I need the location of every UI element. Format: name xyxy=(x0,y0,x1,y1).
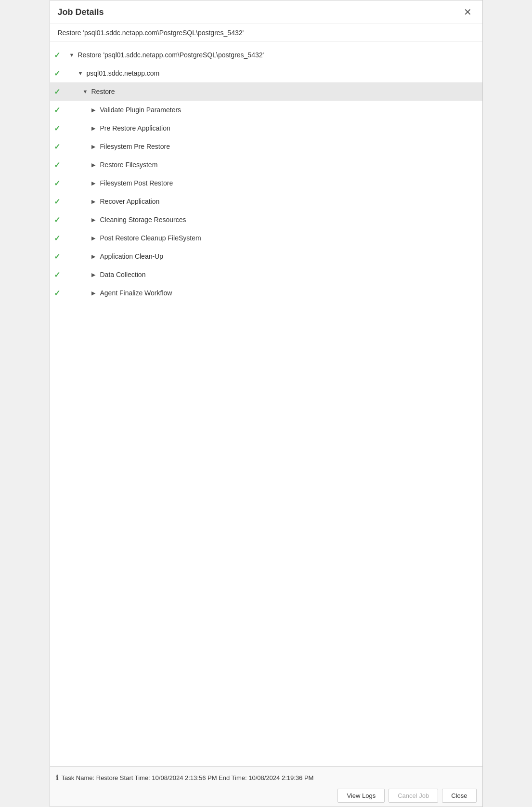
tree-item-root[interactable]: ✓ ▼ Restore 'psql01.sddc.netapp.com\Post… xyxy=(50,46,482,64)
expand-icon[interactable]: ▶ xyxy=(91,217,100,223)
cancel-job-button[interactable]: Cancel Job xyxy=(389,789,438,803)
expand-icon[interactable]: ▶ xyxy=(91,272,100,278)
dialog-footer: ℹ Task Name: Restore Start Time: 10/08/2… xyxy=(50,766,482,807)
item-label: Restore xyxy=(91,88,115,95)
tree-item-data-collection[interactable]: ✓ ▶ Data Collection xyxy=(50,265,482,284)
close-icon-button[interactable]: ✕ xyxy=(461,6,475,18)
tree-item-restore[interactable]: ✓ ▼ Restore xyxy=(50,82,482,101)
expand-icon[interactable]: ▶ xyxy=(91,125,100,132)
expand-icon[interactable]: ▶ xyxy=(91,290,100,296)
check-icon: ✓ xyxy=(54,142,65,151)
tree-body: ✓ ▼ Restore 'psql01.sddc.netapp.com\Post… xyxy=(50,42,482,766)
tree-item-recover-app[interactable]: ✓ ▶ Recover Application xyxy=(50,192,482,211)
tree-item-clean-storage[interactable]: ✓ ▶ Cleaning Storage Resources xyxy=(50,211,482,229)
info-icon: ℹ xyxy=(56,773,59,782)
item-label: Data Collection xyxy=(100,271,146,278)
item-label: Pre Restore Application xyxy=(100,124,170,132)
check-icon: ✓ xyxy=(54,179,65,188)
item-label: Recover Application xyxy=(100,198,160,205)
expand-icon[interactable]: ▶ xyxy=(91,235,100,241)
check-icon: ✓ xyxy=(54,234,65,243)
item-label: Application Clean-Up xyxy=(100,252,164,260)
tree-item-fs-pre-restore[interactable]: ✓ ▶ Filesystem Pre Restore xyxy=(50,137,482,156)
item-label: Agent Finalize Workflow xyxy=(100,289,172,297)
item-label: Cleaning Storage Resources xyxy=(100,216,186,224)
item-label: Post Restore Cleanup FileSystem xyxy=(100,234,201,242)
check-icon: ✓ xyxy=(54,160,65,170)
expand-icon[interactable]: ▼ xyxy=(69,52,78,58)
tree-item-host[interactable]: ✓ ▼ psql01.sddc.netapp.com xyxy=(50,64,482,82)
check-icon: ✓ xyxy=(54,197,65,206)
tree-item-restore-fs[interactable]: ✓ ▶ Restore Filesystem xyxy=(50,156,482,174)
footer-buttons: View Logs Cancel Job Close xyxy=(56,785,477,803)
tree-item-fs-post-restore[interactable]: ✓ ▶ Filesystem Post Restore xyxy=(50,174,482,192)
check-icon: ✓ xyxy=(54,215,65,225)
expand-icon[interactable]: ▶ xyxy=(91,253,100,260)
check-icon: ✓ xyxy=(54,106,65,115)
tree-item-pre-restore[interactable]: ✓ ▶ Pre Restore Application xyxy=(50,119,482,137)
check-icon: ✓ xyxy=(54,51,65,60)
tree-item-post-cleanup[interactable]: ✓ ▶ Post Restore Cleanup FileSystem xyxy=(50,229,482,247)
expand-icon[interactable]: ▶ xyxy=(91,162,100,168)
item-label: Restore 'psql01.sddc.netapp.com\PostgreS… xyxy=(78,51,264,59)
dialog-subtitle: Restore 'psql01.sddc.netapp.com\PostgreS… xyxy=(50,24,482,42)
item-label: psql01.sddc.netapp.com xyxy=(87,69,160,77)
dialog-header: Job Details ✕ xyxy=(50,0,482,24)
check-icon: ✓ xyxy=(54,87,65,96)
item-label: Filesystem Pre Restore xyxy=(100,143,170,150)
tree-item-agent-finalize[interactable]: ✓ ▶ Agent Finalize Workflow xyxy=(50,284,482,302)
item-label: Filesystem Post Restore xyxy=(100,179,173,187)
tree-item-app-cleanup[interactable]: ✓ ▶ Application Clean-Up xyxy=(50,247,482,265)
expand-icon[interactable]: ▼ xyxy=(83,89,91,94)
job-details-dialog: Job Details ✕ Restore 'psql01.sddc.netap… xyxy=(50,0,483,807)
item-label: Validate Plugin Parameters xyxy=(100,106,182,114)
close-button[interactable]: Close xyxy=(442,789,476,803)
check-icon: ✓ xyxy=(54,69,65,78)
dialog-title: Job Details xyxy=(58,7,104,17)
tree-item-validate[interactable]: ✓ ▶ Validate Plugin Parameters xyxy=(50,101,482,119)
footer-info-text: Task Name: Restore Start Time: 10/08/202… xyxy=(62,774,314,781)
item-label: Restore Filesystem xyxy=(100,161,158,169)
expand-icon[interactable]: ▶ xyxy=(91,198,100,205)
check-icon: ✓ xyxy=(54,289,65,298)
check-icon: ✓ xyxy=(54,252,65,261)
expand-icon[interactable]: ▶ xyxy=(91,180,100,186)
expand-icon[interactable]: ▼ xyxy=(78,70,87,76)
check-icon: ✓ xyxy=(54,124,65,133)
footer-info: ℹ Task Name: Restore Start Time: 10/08/2… xyxy=(56,770,477,785)
view-logs-button[interactable]: View Logs xyxy=(337,789,385,803)
expand-icon[interactable]: ▶ xyxy=(91,144,100,150)
expand-icon[interactable]: ▶ xyxy=(91,107,100,113)
check-icon: ✓ xyxy=(54,270,65,279)
